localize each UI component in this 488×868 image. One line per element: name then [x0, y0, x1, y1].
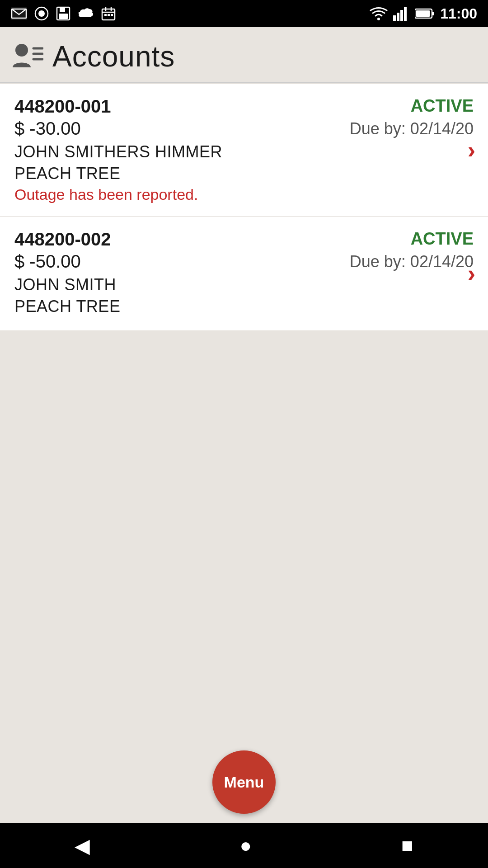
account-card-1[interactable]: 448200-001 ACTIVE $ -30.00 Due by: 02/14… [0, 83, 488, 217]
svg-rect-18 [404, 7, 407, 21]
record-icon [34, 6, 49, 21]
due-date-1: Due by: 02/14/20 [350, 119, 474, 138]
svg-point-14 [377, 18, 380, 20]
svg-rect-6 [59, 14, 68, 19]
recent-button[interactable]: ■ [401, 834, 413, 857]
account-amount-1: $ -30.00 [14, 118, 81, 139]
gmail-icon [11, 7, 27, 20]
status-bar-left [11, 6, 116, 21]
accounts-icon [11, 41, 43, 72]
svg-point-22 [15, 44, 28, 57]
nav-bar: ◀ ● ■ [0, 823, 488, 868]
svg-rect-15 [393, 15, 396, 21]
status-bar-right: 11:00 [370, 5, 477, 22]
card-top-row-2: 448200-002 ACTIVE [14, 229, 474, 250]
account-name-2: JOHN SMITH [14, 275, 474, 294]
wifi-icon [370, 6, 388, 21]
time-display: 11:00 [440, 5, 477, 22]
svg-rect-12 [108, 14, 110, 16]
back-button[interactable]: ◀ [75, 834, 90, 857]
account-location-1: PEACH TREE [14, 164, 474, 183]
status-badge-1: ACTIVE [411, 96, 474, 116]
account-amount-2: $ -50.00 [14, 251, 81, 272]
battery-icon [415, 7, 435, 20]
account-card-2[interactable]: 448200-002 ACTIVE $ -50.00 Due by: 02/14… [0, 217, 488, 331]
card-top-row-1: 448200-001 ACTIVE [14, 96, 474, 117]
empty-area [0, 331, 488, 823]
account-number-1: 448200-001 [14, 96, 111, 117]
status-bar: 11:00 [0, 0, 488, 27]
due-date-2: Due by: 02/14/20 [350, 252, 474, 271]
save-icon [56, 6, 70, 21]
page-header: Accounts [0, 27, 488, 82]
svg-rect-20 [432, 12, 434, 15]
svg-rect-13 [111, 14, 113, 16]
status-badge-2: ACTIVE [411, 229, 474, 249]
chevron-icon-1: › [468, 137, 475, 164]
account-number-2: 448200-002 [14, 229, 111, 250]
svg-rect-17 [400, 10, 403, 21]
menu-button-container: Menu [212, 750, 276, 814]
page-title: Accounts [52, 40, 175, 73]
chevron-icon-2: › [468, 260, 475, 287]
menu-button[interactable]: Menu [212, 750, 276, 814]
home-button[interactable]: ● [239, 834, 252, 857]
outage-message-1: Outage has been reported. [14, 186, 474, 203]
signal-icon [393, 6, 409, 21]
card-amount-row-2: $ -50.00 Due by: 02/14/20 [14, 251, 474, 272]
svg-rect-11 [104, 14, 107, 16]
cloud-icon [78, 7, 94, 20]
calendar-icon [101, 6, 116, 21]
svg-rect-21 [416, 10, 430, 17]
svg-point-3 [38, 10, 45, 17]
account-location-2: PEACH TREE [14, 297, 474, 316]
svg-rect-16 [397, 13, 399, 21]
card-amount-row-1: $ -30.00 Due by: 02/14/20 [14, 118, 474, 139]
accounts-list: 448200-001 ACTIVE $ -30.00 Due by: 02/14… [0, 83, 488, 823]
account-name-1: JOHN SMITHERS HIMMER [14, 142, 474, 161]
svg-rect-5 [60, 7, 65, 12]
